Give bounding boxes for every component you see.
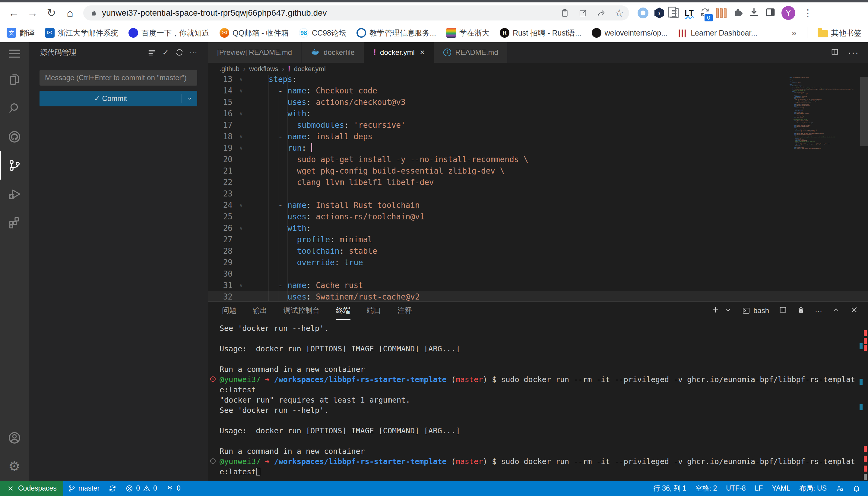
tab-dockerfile[interactable]: dockerfile bbox=[302, 42, 364, 63]
fold-chevron-icon[interactable]: ∨ bbox=[233, 142, 250, 154]
terminal-row[interactable]: See 'docker run --help'. bbox=[220, 323, 868, 334]
commit-button[interactable]: ✓ Commit bbox=[40, 91, 197, 106]
panel-tab[interactable]: 终端 bbox=[336, 301, 350, 320]
tab-docker.yml[interactable]: !docker.yml× bbox=[364, 42, 434, 63]
languagetool-icon[interactable]: LT bbox=[685, 9, 694, 17]
problems-indicator[interactable]: 0 0 bbox=[121, 481, 162, 496]
commit-dropdown-chevron[interactable] bbox=[182, 94, 197, 103]
bookmark-item[interactable]: |||Learner Dashboar... bbox=[678, 28, 757, 38]
tab--preview-readme.md[interactable]: [Preview] README.md bbox=[208, 42, 302, 63]
run-debug-icon[interactable] bbox=[0, 180, 29, 208]
breadcrumb-segment[interactable]: workflows bbox=[249, 65, 279, 73]
terminal-row[interactable] bbox=[220, 334, 868, 344]
code-line[interactable]: 13∨ steps: bbox=[208, 75, 868, 85]
bookmark-item[interactable]: ✉QQ邮箱 - 收件箱 bbox=[220, 28, 289, 38]
explorer-icon[interactable] bbox=[0, 65, 29, 94]
code-line[interactable]: 21 wget pkg-config build-essential zlib1… bbox=[208, 165, 868, 176]
terminal-row[interactable]: e:latest bbox=[220, 467, 868, 477]
sync-extension-icon[interactable]: 0 bbox=[700, 7, 710, 19]
code-line[interactable]: 16∨ with: bbox=[208, 108, 868, 119]
bookmark-item[interactable]: 文翻译 bbox=[6, 28, 35, 38]
github-icon[interactable] bbox=[0, 122, 29, 151]
bookmark-item[interactable]: 学在浙大 bbox=[446, 28, 490, 38]
terminal-row[interactable]: "docker run" requires at least 1 argumen… bbox=[220, 395, 868, 405]
terminal-row[interactable]: Usage: docker run [OPTIONS] IMAGE [COMMA… bbox=[220, 426, 868, 436]
home-icon[interactable]: ⌂ bbox=[61, 4, 78, 21]
tab-readme.md[interactable]: iREADME.md bbox=[434, 42, 508, 63]
close-panel-icon[interactable] bbox=[850, 306, 858, 316]
terminal-row[interactable] bbox=[220, 436, 868, 446]
keyboard-layout[interactable]: 布局: US bbox=[795, 481, 831, 496]
editor-scrollbar[interactable] bbox=[860, 77, 868, 146]
fold-chevron-icon[interactable]: ∨ bbox=[233, 108, 250, 119]
settings-gear-icon[interactable]: ⚙ bbox=[0, 452, 29, 481]
encoding[interactable]: UTF-8 bbox=[721, 481, 750, 496]
code-line[interactable]: 20 sudo apt-get install -y --no-install-… bbox=[208, 154, 868, 165]
commit-message-input[interactable] bbox=[40, 70, 197, 86]
code-line[interactable]: 22 clang llvm libelf1 libelf-dev bbox=[208, 176, 868, 188]
panel-tab[interactable]: 输出 bbox=[253, 301, 267, 320]
breadcrumb-segment[interactable]: .github bbox=[220, 65, 239, 73]
code-line[interactable]: 30 bbox=[208, 268, 868, 280]
code-line[interactable]: 31∨ - name: Cache rust bbox=[208, 280, 868, 291]
address-bar[interactable]: yunwei37-potential-space-trout-rpr5qwj66… bbox=[83, 5, 629, 20]
fold-chevron-icon[interactable]: ∨ bbox=[233, 222, 250, 234]
code-line[interactable]: 32 uses: Swatinem/rust-cache@v2 bbox=[208, 291, 868, 301]
refresh-icon[interactable]: ↻ bbox=[43, 4, 60, 21]
bookmark-item[interactable]: weloveinterns/op... bbox=[592, 28, 668, 38]
panel-tab[interactable]: 问题 bbox=[222, 301, 237, 320]
close-icon[interactable]: × bbox=[420, 48, 425, 57]
bookmark-item[interactable]: 百度一下，你就知道 bbox=[129, 28, 209, 38]
menu-icon[interactable] bbox=[0, 42, 29, 65]
fold-chevron-icon[interactable]: ∨ bbox=[233, 131, 250, 142]
terminal-row[interactable]: See 'docker run --help'. bbox=[220, 405, 868, 416]
code-line[interactable]: 29 override: true bbox=[208, 257, 868, 268]
branch-indicator[interactable]: master bbox=[63, 481, 104, 496]
terminal-row[interactable] bbox=[220, 416, 868, 426]
bookmark-item[interactable]: ✉浙江大学邮件系统 bbox=[45, 28, 118, 38]
language-mode[interactable]: YAML bbox=[767, 481, 795, 496]
terminal-row[interactable]: ×@yunwei37 ➜ /workspaces/libbpf-rs-start… bbox=[220, 375, 868, 385]
sync-changes-button[interactable] bbox=[104, 481, 121, 496]
code-line[interactable]: 15 uses: actions/checkout@v3 bbox=[208, 96, 868, 108]
puzzle-extensions-icon[interactable] bbox=[733, 7, 743, 19]
terminal-row[interactable]: e:latest bbox=[220, 385, 868, 395]
bookmark-item[interactable]: 教学管理信息服务... bbox=[357, 28, 436, 38]
code-line[interactable]: 24∨ - name: Install Rust toolchain bbox=[208, 200, 868, 211]
cursor-position[interactable]: 行 36, 列 1 bbox=[649, 481, 691, 496]
account-icon[interactable] bbox=[0, 423, 29, 452]
terminal-row[interactable] bbox=[220, 354, 868, 364]
terminal-row[interactable]: @yunwei37 ➜ /workspaces/libbpf-rs-starte… bbox=[220, 456, 868, 467]
code-line[interactable]: 18∨ - name: install deps bbox=[208, 131, 868, 142]
fold-chevron-icon[interactable]: ∨ bbox=[233, 280, 250, 291]
terminal-dropdown-chevron-icon[interactable] bbox=[724, 306, 732, 316]
code-line[interactable]: 28 toolchain: stable bbox=[208, 245, 868, 257]
bookmark-item[interactable]: 98CC98论坛 bbox=[299, 28, 346, 38]
code-line[interactable]: 17 submodules: 'recursive' bbox=[208, 119, 868, 131]
open-in-new-icon[interactable] bbox=[576, 6, 590, 20]
kill-terminal-icon[interactable] bbox=[797, 306, 805, 316]
other-bookmarks[interactable]: 其他书签 bbox=[818, 28, 862, 38]
code-line[interactable]: 19∨ run: bbox=[208, 142, 868, 154]
clipboard-icon[interactable] bbox=[558, 6, 572, 20]
side-panel-icon[interactable] bbox=[765, 7, 775, 19]
breadcrumb-segment[interactable]: docker.yml bbox=[294, 65, 326, 73]
shield-extension-icon[interactable]: › bbox=[655, 7, 664, 18]
code-line[interactable]: 25 uses: actions-rs/toolchain@v1 bbox=[208, 211, 868, 222]
bookmark-item[interactable]: RRust 招聘 - Rust语... bbox=[500, 28, 582, 38]
commit-check-icon[interactable]: ✓ bbox=[159, 46, 173, 59]
avatar[interactable]: Y bbox=[781, 6, 795, 20]
pages-extension-icon[interactable] bbox=[670, 8, 678, 18]
feedback-icon[interactable] bbox=[831, 481, 848, 496]
eol[interactable]: LF bbox=[750, 481, 767, 496]
view-as-list-icon[interactable] bbox=[145, 46, 159, 59]
remote-indicator[interactable]: Codespaces bbox=[0, 481, 63, 496]
panel-tab[interactable]: 调试控制台 bbox=[284, 301, 320, 320]
terminal-row[interactable]: Run a command in a new container bbox=[220, 446, 868, 456]
split-terminal-icon[interactable] bbox=[779, 306, 787, 316]
browser-menu-icon[interactable]: ⋮ bbox=[801, 7, 814, 19]
panel-tab[interactable]: 端口 bbox=[367, 301, 381, 320]
minimap[interactable]: name: Build and public docker image on: … bbox=[790, 77, 859, 288]
refresh-repo-icon[interactable] bbox=[173, 46, 186, 59]
bookmarks-overflow-chevron[interactable]: » bbox=[791, 28, 796, 38]
